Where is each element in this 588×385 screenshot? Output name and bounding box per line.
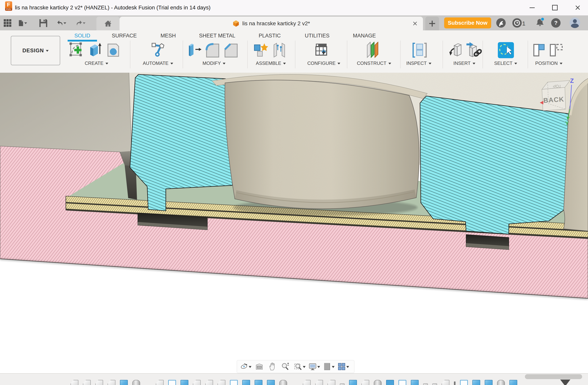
display-settings-button[interactable] bbox=[308, 362, 317, 371]
timeline-feature-icon-extrude[interactable] bbox=[485, 380, 493, 385]
revert-position-button[interactable] bbox=[548, 42, 565, 59]
timeline-feature-icon-extrude[interactable] bbox=[242, 380, 250, 385]
create-sketch-button[interactable] bbox=[68, 42, 85, 59]
capture-position-button[interactable] bbox=[531, 42, 548, 59]
home-tab-button[interactable] bbox=[96, 17, 120, 30]
extensions-button[interactable] bbox=[496, 18, 506, 28]
fillet-button[interactable] bbox=[204, 42, 221, 59]
inspect-button[interactable] bbox=[411, 42, 428, 59]
group-label-position[interactable]: POSITION bbox=[535, 60, 563, 66]
orbit-button[interactable] bbox=[240, 362, 248, 371]
timeline-feature-icon-fillet[interactable] bbox=[205, 380, 213, 385]
group-label-inspect[interactable]: INSPECT bbox=[406, 60, 431, 66]
timeline-feature-icon-extrude[interactable] bbox=[181, 380, 188, 385]
help-button[interactable]: ? bbox=[551, 18, 561, 28]
tab-manage[interactable]: MANAGE bbox=[353, 32, 376, 39]
orbit-caret-icon[interactable] bbox=[249, 366, 252, 369]
timeline-feature-icon-fillet[interactable] bbox=[441, 380, 449, 385]
group-label-select[interactable]: SELECT bbox=[494, 60, 517, 66]
extrude-button[interactable] bbox=[86, 42, 103, 59]
grid-settings-caret-icon[interactable] bbox=[332, 366, 335, 369]
right-cyan-section-body[interactable] bbox=[420, 96, 568, 234]
timeline-feature-icon-extrude[interactable] bbox=[120, 380, 128, 385]
timeline-feature-icon-extrude[interactable] bbox=[509, 380, 517, 385]
timeline-scrollbar[interactable] bbox=[525, 374, 582, 379]
tab-sheet-metal[interactable]: SHEET METAL bbox=[199, 32, 235, 39]
timeline-feature-icon-sketch[interactable] bbox=[399, 380, 406, 385]
timeline-feature-icon-extrude[interactable] bbox=[411, 380, 419, 385]
group-label-create[interactable]: CREATE bbox=[85, 60, 108, 66]
group-label-assemble[interactable]: ASSEMBLE bbox=[256, 60, 286, 66]
timeline-feature-icon-arrow[interactable] bbox=[454, 382, 456, 385]
app-launcher-button[interactable] bbox=[3, 18, 13, 28]
timeline-feature-icon-extrude[interactable] bbox=[267, 380, 275, 385]
insert-link-button[interactable] bbox=[465, 42, 482, 59]
timeline-feature-icon-extrude[interactable] bbox=[255, 380, 262, 385]
group-label-automate[interactable]: AUTOMATE bbox=[143, 60, 173, 66]
timeline-feature-icon-small[interactable] bbox=[423, 384, 428, 385]
notifications-button[interactable] bbox=[535, 18, 545, 27]
revolve-button[interactable] bbox=[105, 42, 122, 59]
tab-solid[interactable]: SOLID bbox=[74, 32, 90, 39]
user-avatar[interactable] bbox=[569, 18, 580, 28]
group-label-construct[interactable]: CONSTRUCT bbox=[357, 60, 391, 66]
maximize-button[interactable] bbox=[551, 3, 559, 12]
save-button[interactable] bbox=[38, 18, 48, 28]
viewport-canvas[interactable]: BACK TOP Z Y bbox=[0, 73, 588, 373]
timeline-feature-icon-fillet[interactable] bbox=[315, 380, 323, 385]
timeline-feature-icon-sketch[interactable] bbox=[168, 380, 176, 385]
timeline-feature-icon-box[interactable] bbox=[386, 380, 394, 385]
timeline-feature-icon-fillet[interactable] bbox=[156, 380, 164, 385]
group-label-modify[interactable]: MODIFY bbox=[203, 60, 225, 66]
construct-button[interactable] bbox=[364, 42, 381, 59]
workspace-selector[interactable]: DESIGN bbox=[11, 36, 60, 65]
file-menu-button[interactable] bbox=[17, 18, 27, 28]
timeline-feature-icon-fillet[interactable] bbox=[71, 380, 78, 385]
document-tab[interactable]: lis na hracske karticky 2 v2* bbox=[120, 17, 423, 30]
zoom-window-caret-icon[interactable] bbox=[303, 366, 306, 369]
minimize-button[interactable] bbox=[528, 3, 536, 12]
chamfer-button[interactable] bbox=[223, 42, 239, 59]
new-component-button[interactable] bbox=[252, 42, 269, 59]
timeline-playhead[interactable] bbox=[560, 380, 570, 385]
timeline-feature-icon-fillet[interactable] bbox=[218, 380, 225, 385]
pan-button[interactable] bbox=[268, 362, 276, 371]
timeline-feature-icon-extrude[interactable] bbox=[349, 380, 357, 385]
timeline-feature-icon-fillet[interactable] bbox=[361, 380, 369, 385]
timeline-feature-icon-cyl[interactable] bbox=[279, 380, 287, 385]
tab-plastic[interactable]: PLASTIC bbox=[259, 32, 281, 39]
timeline-feature-icon-fillet[interactable] bbox=[95, 380, 103, 385]
look-at-button[interactable] bbox=[255, 362, 264, 371]
timeline-feature-icon-cyl[interactable] bbox=[132, 380, 140, 385]
close-button[interactable] bbox=[573, 3, 582, 12]
timeline-feature-icon-cyl[interactable] bbox=[497, 380, 505, 385]
configure-button[interactable] bbox=[313, 42, 330, 59]
model-scene[interactable]: BACK TOP Z Y bbox=[0, 73, 588, 373]
group-label-insert[interactable]: INSERT bbox=[453, 60, 475, 66]
display-settings-caret-icon[interactable] bbox=[317, 366, 320, 369]
insert-derive-button[interactable] bbox=[449, 42, 466, 59]
grid-settings-button[interactable] bbox=[323, 362, 332, 371]
timeline-feature-icon-extrude[interactable] bbox=[472, 380, 480, 385]
subscribe-button[interactable]: Subscribe Now bbox=[444, 18, 491, 28]
tab-utilities[interactable]: UTILITIES bbox=[305, 32, 330, 39]
select-button[interactable] bbox=[497, 42, 514, 59]
timeline-feature-icon-small[interactable] bbox=[432, 384, 437, 385]
group-label-configure[interactable]: CONFIGURE bbox=[307, 60, 340, 66]
tab-mesh[interactable]: MESH bbox=[161, 32, 176, 39]
undo-button[interactable] bbox=[56, 18, 66, 28]
timeline-feature-icon-sketch[interactable] bbox=[460, 380, 468, 385]
timeline-feature-icon-fillet[interactable] bbox=[108, 380, 115, 385]
timeline-feature-icon-fillet[interactable] bbox=[328, 380, 335, 385]
press-pull-button[interactable] bbox=[186, 42, 203, 59]
viewports-button[interactable] bbox=[337, 362, 346, 371]
automate-button[interactable] bbox=[149, 42, 166, 59]
cylinder-body[interactable] bbox=[225, 80, 419, 209]
gray-wall-body[interactable] bbox=[0, 73, 131, 152]
document-tab-close-icon[interactable] bbox=[412, 20, 418, 26]
timeline-feature-icon-small[interactable] bbox=[340, 384, 345, 385]
timeline-feature-icon-cyl[interactable] bbox=[374, 380, 382, 385]
timeline-feature-icon-fillet[interactable] bbox=[83, 380, 91, 385]
zoom-window-button[interactable] bbox=[294, 362, 302, 371]
tab-surface[interactable]: SURFACE bbox=[112, 32, 137, 39]
